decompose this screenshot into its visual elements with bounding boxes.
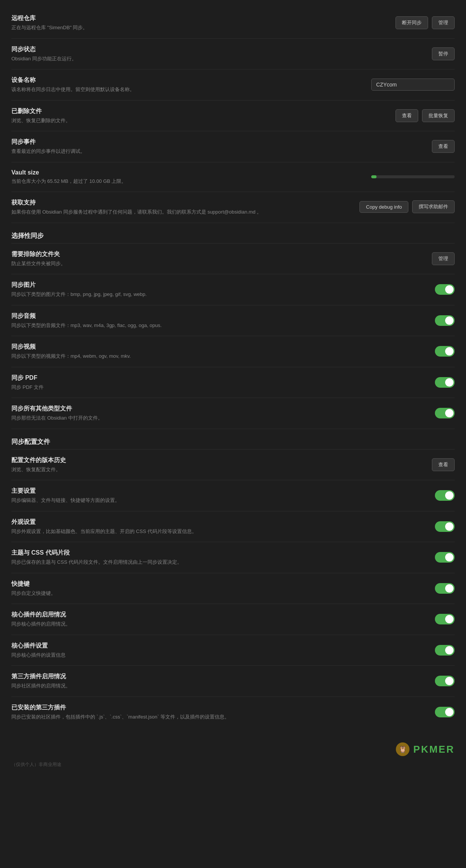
themes-css-desc: 同步已保存的主题与 CSS 代码片段文件。文件启用情况由上一同步设置决定。 <box>11 558 435 566</box>
sync-events-view-button[interactable]: 查看 <box>432 140 455 153</box>
pkmer-badge: 🦉 PKMER <box>0 735 466 760</box>
sync-video-desc: 同步以下类型的视频文件：mp4, webm, ogv, mov, mkv. <box>11 352 435 360</box>
pause-button[interactable]: 暂停 <box>432 47 455 60</box>
sync-status-title: 同步状态 <box>11 46 432 53</box>
config-version-history-desc: 浏览、恢复配置文件。 <box>11 466 432 473</box>
sync-video-section: 同步视频 同步以下类型的视频文件：mp4, webm, ogv, mov, mk… <box>11 336 455 367</box>
core-plugins-enabled-toggle[interactable] <box>435 614 455 624</box>
appearance-settings-section: 外观设置 同步外观设置，比如基础颜色、当前应用的主题、开启的 CSS 代码片段等… <box>11 511 455 542</box>
excluded-folders-manage-button[interactable]: 管理 <box>432 252 455 265</box>
excluded-folders-desc: 防止某些文件夹被同步。 <box>11 260 432 267</box>
disconnect-button[interactable]: 断开同步 <box>395 16 428 29</box>
hotkeys-section: 快捷键 同步自定义快捷键。 <box>11 573 455 604</box>
core-plugins-enabled-section: 核心插件的启用情况 同步核心插件的启用情况。 <box>11 604 455 635</box>
sync-audio-toggle[interactable] <box>435 315 455 326</box>
sync-status-section: 同步状态 Obsidian 同步功能正在运行。 暂停 <box>11 39 455 70</box>
batch-restore-button[interactable]: 批量恢复 <box>422 109 455 122</box>
get-support-title: 获取支持 <box>11 199 359 207</box>
device-name-section: 设备名称 该名称将在同步日志中使用。留空则使用默认设备名称。 <box>11 69 455 101</box>
sync-pdf-desc: 同步 PDF 文件 <box>11 384 435 391</box>
sync-pdf-section: 同步 PDF 同步 PDF 文件 <box>11 367 455 398</box>
core-plugins-settings-title: 核心插件设置 <box>11 642 435 650</box>
appearance-settings-title: 外观设置 <box>11 518 435 526</box>
config-version-history-title: 配置文件的版本历史 <box>11 456 432 464</box>
core-plugins-enabled-desc: 同步核心插件的启用情况。 <box>11 620 435 628</box>
main-settings-section: 主要设置 同步编辑器、文件与链接、快捷键等方面的设置。 <box>11 480 455 511</box>
main-settings-title: 主要设置 <box>11 487 435 495</box>
pkmer-logo: 🦉 <box>396 742 410 756</box>
community-plugins-enabled-section: 第三方插件启用情况 同步社区插件的启用情况。 <box>11 666 455 697</box>
sync-images-title: 同步图片 <box>11 281 435 289</box>
device-name-input[interactable] <box>371 79 455 91</box>
sync-events-desc: 查看最近的同步事件以进行调试。 <box>11 148 432 155</box>
appearance-settings-toggle[interactable] <box>435 521 455 532</box>
sync-other-title: 同步所有其他类型文件 <box>11 405 435 413</box>
hotkeys-title: 快捷键 <box>11 580 435 588</box>
sync-pdf-toggle[interactable] <box>435 377 455 388</box>
remote-repo-title: 远程仓库 <box>11 14 395 22</box>
deleted-files-title: 已删除文件 <box>11 107 395 115</box>
community-plugins-enabled-title: 第三方插件启用情况 <box>11 673 435 681</box>
themes-css-toggle[interactable] <box>435 552 455 563</box>
vault-size-desc: 当前仓库大小为 65.52 MB，超过了 10.00 GB 上限。 <box>11 178 371 185</box>
config-version-history-view-button[interactable]: 查看 <box>432 458 455 471</box>
sync-video-toggle[interactable] <box>435 346 455 357</box>
sync-audio-title: 同步音频 <box>11 312 435 320</box>
core-plugins-settings-desc: 同步核心插件的设置信息 <box>11 651 435 659</box>
deleted-files-section: 已删除文件 浏览、恢复已删除的文件。 查看 批量恢复 <box>11 101 455 132</box>
appearance-settings-desc: 同步外观设置，比如基础颜色、当前应用的主题、开启的 CSS 代码片段等设置信息。 <box>11 528 435 535</box>
deleted-files-desc: 浏览、恢复已删除的文件。 <box>11 117 395 124</box>
selective-sync-heading: 选择性同步 <box>11 223 455 243</box>
hotkeys-desc: 同步自定义快捷键。 <box>11 590 435 597</box>
device-name-title: 设备名称 <box>11 76 371 84</box>
config-version-history-section: 配置文件的版本历史 浏览、恢复配置文件。 查看 <box>11 450 455 481</box>
write-email-button[interactable]: 撰写求助邮件 <box>412 200 455 213</box>
sync-events-title: 同步事件 <box>11 138 432 146</box>
get-support-desc: 如果你在使用 Obsidian 同步服务过程中遇到了任何问题，请联系我们。我们的… <box>11 208 359 216</box>
sync-config-heading: 同步配置文件 <box>11 429 455 449</box>
sync-events-section: 同步事件 查看最近的同步事件以进行调试。 查看 <box>11 131 455 162</box>
vault-size-progress-fill <box>371 175 377 178</box>
community-plugins-enabled-toggle[interactable] <box>435 676 455 686</box>
get-support-section: 获取支持 如果你在使用 Obsidian 同步服务过程中遇到了任何问题，请联系我… <box>11 192 455 223</box>
sync-audio-desc: 同步以下类型的音频文件：mp3, wav, m4a, 3gp, flac, og… <box>11 322 435 329</box>
installed-community-plugins-section: 已安装的第三方插件 同步已安装的社区插件，包括插件中的 `.js`、`.css`… <box>11 697 455 728</box>
sync-images-section: 同步图片 同步以下类型的图片文件：bmp, png, jpg, jpeg, gi… <box>11 274 455 305</box>
manage-remote-button[interactable]: 管理 <box>432 16 455 29</box>
core-plugins-enabled-title: 核心插件的启用情况 <box>11 611 435 619</box>
copy-debug-button[interactable]: Copy debug info <box>359 201 408 213</box>
device-name-desc: 该名称将在同步日志中使用。留空则使用默认设备名称。 <box>11 86 371 93</box>
themes-css-title: 主题与 CSS 代码片段 <box>11 549 435 557</box>
sync-status-desc: Obsidian 同步功能正在运行。 <box>11 55 432 63</box>
hotkeys-toggle[interactable] <box>435 583 455 594</box>
pkmer-logo-icon: 🦉 <box>399 745 407 753</box>
installed-community-plugins-desc: 同步已安装的社区插件，包括插件中的 `.js`、`.css`、`manifest… <box>11 713 435 721</box>
core-plugins-settings-section: 核心插件设置 同步核心插件的设置信息 <box>11 635 455 666</box>
vault-size-progress-container <box>371 175 455 178</box>
vault-size-title: Vault size <box>11 169 371 176</box>
pkmer-text: PKMER <box>413 744 455 755</box>
sync-other-toggle[interactable] <box>435 408 455 418</box>
footer-text: （仅供个人）非商业用途 <box>0 760 466 775</box>
sync-images-desc: 同步以下类型的图片文件：bmp, png, jpg, jpeg, gif, sv… <box>11 291 435 298</box>
excluded-folders-section: 需要排除的文件夹 防止某些文件夹被同步。 管理 <box>11 244 455 275</box>
installed-community-plugins-title: 已安装的第三方插件 <box>11 704 435 712</box>
sync-images-toggle[interactable] <box>435 284 455 295</box>
deleted-files-view-button[interactable]: 查看 <box>395 109 418 122</box>
community-plugins-enabled-desc: 同步社区插件的启用情况。 <box>11 682 435 690</box>
remote-repo-desc: 正在与远程仓库 "SimenDB" 同步。 <box>11 24 395 31</box>
vault-size-section: Vault size 当前仓库大小为 65.52 MB，超过了 10.00 GB… <box>11 162 455 192</box>
remote-repo-section: 远程仓库 正在与远程仓库 "SimenDB" 同步。 断开同步 管理 <box>11 8 455 39</box>
sync-other-section: 同步所有其他类型文件 同步那些无法在 Obsidian 中打开的文件。 <box>11 398 455 429</box>
themes-css-section: 主题与 CSS 代码片段 同步已保存的主题与 CSS 代码片段文件。文件启用情况… <box>11 542 455 573</box>
sync-pdf-title: 同步 PDF <box>11 374 435 382</box>
installed-community-plugins-toggle[interactable] <box>435 707 455 717</box>
core-plugins-settings-toggle[interactable] <box>435 645 455 656</box>
excluded-folders-title: 需要排除的文件夹 <box>11 250 432 258</box>
sync-audio-section: 同步音频 同步以下类型的音频文件：mp3, wav, m4a, 3gp, fla… <box>11 305 455 337</box>
main-settings-desc: 同步编辑器、文件与链接、快捷键等方面的设置。 <box>11 497 435 504</box>
sync-video-title: 同步视频 <box>11 343 435 351</box>
main-settings-toggle[interactable] <box>435 490 455 501</box>
sync-other-desc: 同步那些无法在 Obsidian 中打开的文件。 <box>11 414 435 422</box>
